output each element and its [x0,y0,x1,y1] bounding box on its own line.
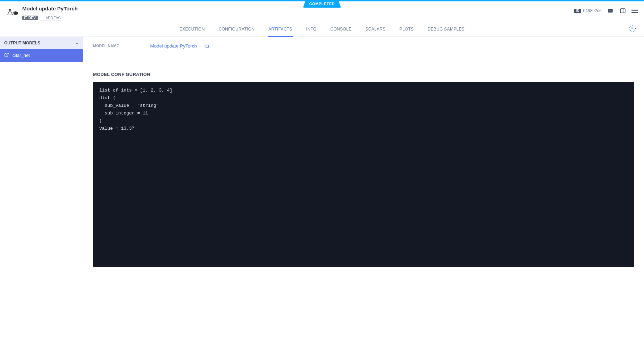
tag-dev[interactable]: DEV [22,16,38,20]
svg-rect-7 [206,45,208,48]
tab-execution[interactable]: EXECUTION [179,23,206,36]
header-right: ID 046892d6 [574,6,638,15]
chevron-up-icon [75,40,79,45]
page-title: Model update PyTorch [22,6,78,11]
sidebar-item-label: cifar_net [12,53,30,58]
sidebar: OUTPUT MODELS cifar_net [0,37,83,348]
body: OUTPUT MODELS cifar_net MODEL NAME Model… [0,37,644,348]
header-left: Model update PyTorch DEV + ADD TAG [6,6,78,20]
id-badge: ID [574,9,581,13]
tab-console[interactable]: CONSOLE [330,23,352,36]
experiment-icon [6,6,19,18]
tag-dev-label: DEV [28,16,36,20]
tab-plots[interactable]: PLOTS [399,23,415,36]
tab-info[interactable]: INFO [306,23,317,36]
tab-artifacts[interactable]: ARTIFACTS [268,23,293,37]
refresh-icon[interactable] [629,25,636,32]
tab-debug-samples[interactable]: DEBUG SAMPLES [427,23,465,36]
svg-line-6 [6,53,8,55]
add-tag-button[interactable]: + ADD TAG [40,15,64,20]
sidebar-section-label: OUTPUT MODELS [4,41,40,45]
title-wrap: Model update PyTorch DEV + ADD TAG [22,6,78,20]
add-tag-label: + ADD TAG [43,16,61,20]
main-panel: MODEL NAME Model update PyTorch MODEL CO… [83,37,644,348]
tags-row: DEV + ADD TAG [22,15,78,20]
card-icon[interactable] [607,7,614,15]
copy-icon[interactable] [204,43,209,49]
sidebar-item-cifar-net[interactable]: cifar_net [0,49,83,62]
svg-rect-1 [609,10,611,10]
tabs-bar: EXECUTION CONFIGURATION ARTIFACTS INFO C… [0,23,644,37]
external-link-icon [4,52,9,58]
svg-rect-2 [609,11,612,11]
sidebar-section-output-models[interactable]: OUTPUT MODELS [0,37,83,49]
menu-icon[interactable] [632,9,638,13]
model-configuration-title: MODEL CONFIGURATION [93,72,634,77]
model-name-value-wrap: Model update PyTorch [150,43,209,49]
id-value: 046892d6 [583,8,602,13]
tab-configuration[interactable]: CONFIGURATION [218,23,256,36]
model-name-row: MODEL NAME Model update PyTorch [93,37,634,53]
cap-icon [14,6,19,18]
model-name-link[interactable]: Model update PyTorch [150,43,197,49]
page-header: Model update PyTorch DEV + ADD TAG ID 04… [0,1,644,20]
split-panel-icon[interactable] [619,7,627,15]
model-name-label: MODEL NAME [93,44,119,48]
id-chip[interactable]: ID 046892d6 [574,8,602,13]
model-configuration-code[interactable]: list_of_ints = [1, 2, 3, 4] dict { sub_v… [93,82,634,267]
tab-scalars[interactable]: SCALARS [365,23,386,36]
